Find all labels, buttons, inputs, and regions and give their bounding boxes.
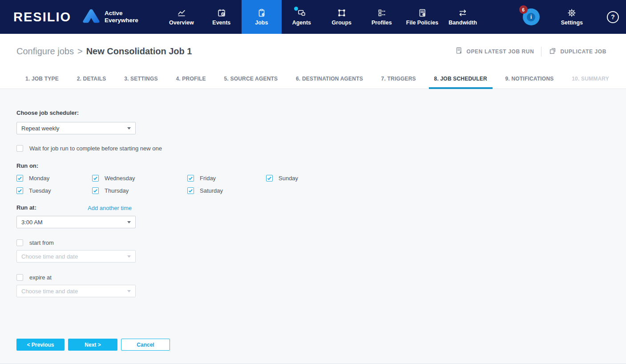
tab-destination-agents[interactable]: 6. DESTINATION AGENTS [296, 69, 363, 89]
line-chart-icon [177, 8, 186, 17]
page-title: New Consolidation Job 1 [86, 46, 192, 57]
nav-label: Profiles [372, 20, 392, 26]
start-from-checkbox[interactable] [16, 239, 23, 246]
expire-at-checkbox[interactable] [16, 274, 23, 281]
notification-badge: 6 [519, 5, 528, 14]
nav-item-profiles[interactable]: Profiles [362, 0, 402, 34]
nav-item-file-policies[interactable]: File Policies [402, 0, 443, 34]
saturday-checkbox[interactable] [187, 187, 194, 194]
clipboard-gear-icon [257, 8, 266, 17]
product-name: Active Everywhere [105, 10, 138, 24]
tab-summary[interactable]: 10. SUMMARY [572, 69, 609, 89]
friday-checkbox[interactable] [187, 175, 194, 182]
tab-job-scheduler[interactable]: 8. JOB SCHEDULER [434, 69, 487, 89]
expire-at-option[interactable]: expire at [16, 274, 626, 281]
wait-for-job-checkbox[interactable] [16, 145, 23, 152]
document-gear-icon [418, 8, 427, 17]
day-option-sunday[interactable]: Sunday [266, 175, 626, 182]
calendar-clock-icon [217, 8, 226, 17]
gear-icon [567, 8, 576, 17]
tuesday-checkbox[interactable] [16, 187, 23, 194]
notifications-button[interactable]: 6 i [523, 8, 540, 25]
days-of-week: Monday Wednesday Friday Sunday Tuesday T… [16, 175, 626, 194]
nav-label: File Policies [406, 20, 438, 26]
open-latest-job-run-button[interactable]: OPEN LATEST JOB RUN [455, 47, 534, 56]
day-option-monday[interactable]: Monday [16, 175, 92, 182]
start-from-placeholder: Choose time and date [21, 253, 78, 260]
tab-job-type[interactable]: 1. JOB TYPE [25, 69, 59, 89]
chevron-down-icon [127, 221, 131, 223]
document-play-icon [455, 47, 463, 56]
group-selection-icon [337, 8, 346, 17]
day-option-saturday[interactable]: Saturday [187, 187, 266, 194]
run-at-time-select[interactable]: 3:00 AM [16, 216, 136, 228]
expire-at-placeholder: Choose time and date [21, 288, 78, 295]
nav-label: Bandwidth [448, 20, 477, 26]
nav-label: Events [212, 20, 230, 26]
transfer-arrows-icon [458, 8, 467, 17]
breadcrumb: Configure jobs > New Consolidation Job 1 [16, 46, 192, 57]
resilio-logo[interactable]: RESILIO Active Everywhere [0, 0, 138, 34]
previous-button[interactable]: < Previous [16, 339, 65, 351]
page-header: Configure jobs > New Consolidation Job 1… [0, 34, 626, 69]
wednesday-checkbox[interactable] [92, 175, 99, 182]
brand-text: RESILIO [13, 10, 71, 24]
tab-triggers[interactable]: 7. TRIGGERS [381, 69, 416, 89]
tab-profile[interactable]: 4. PROFILE [176, 69, 206, 89]
breadcrumb-parent-link[interactable]: Configure jobs [16, 46, 74, 57]
scheduler-label: Choose job scheduler: [16, 109, 626, 117]
wait-for-job-option[interactable]: Wait for job run to complete before star… [16, 145, 626, 152]
wizard-buttons: < Previous Next > Cancel [16, 339, 626, 351]
divider [541, 47, 541, 57]
active-everywhere-logo-icon [82, 8, 101, 26]
devices-icon [297, 8, 306, 17]
job-scheduler-form: Choose job scheduler: Repeat weekly Wait… [0, 89, 626, 364]
thursday-checkbox[interactable] [92, 187, 99, 194]
breadcrumb-separator: > [77, 46, 83, 57]
tab-notifications[interactable]: 9. NOTIFICATIONS [505, 69, 553, 89]
scheduler-select[interactable]: Repeat weekly [16, 122, 136, 134]
top-navigation-bar: RESILIO Active Everywhere [0, 0, 626, 34]
next-button[interactable]: Next > [68, 339, 117, 351]
nav-item-settings[interactable]: Settings [561, 8, 583, 26]
nav-item-agents[interactable]: Agents [282, 0, 322, 34]
nav-label: Jobs [255, 20, 268, 26]
run-at-label: Run at: [16, 204, 88, 211]
duplicate-job-button[interactable]: DUPLICATE JOB [549, 47, 606, 56]
run-on-label: Run on: [16, 162, 626, 170]
add-another-time-link[interactable]: Add another time [88, 205, 132, 211]
scheduler-select-value: Repeat weekly [21, 125, 59, 132]
expire-at-datetime-select[interactable]: Choose time and date [16, 285, 136, 297]
nav-item-jobs[interactable]: Jobs [242, 0, 282, 34]
nav-label: Groups [332, 20, 351, 26]
start-from-datetime-select[interactable]: Choose time and date [16, 250, 136, 263]
nav-item-groups[interactable]: Groups [322, 0, 362, 34]
tab-source-agents[interactable]: 5. SOURCE AGENTS [224, 69, 278, 89]
chevron-down-icon [127, 290, 131, 292]
nav-label: Overview [169, 20, 194, 26]
sunday-checkbox[interactable] [266, 175, 273, 182]
wizard-tabs: 1. JOB TYPE 2. DETAILS 3. SETTINGS 4. PR… [0, 69, 626, 89]
run-at-select-value: 3:00 AM [21, 219, 43, 226]
nav-item-bandwidth[interactable]: Bandwidth [443, 0, 483, 34]
tab-details[interactable]: 2. DETAILS [77, 69, 106, 89]
start-from-option[interactable]: start from [16, 239, 626, 246]
nav-item-events[interactable]: Events [202, 0, 242, 34]
nav-item-overview[interactable]: Overview [162, 0, 202, 34]
help-icon[interactable]: ? [607, 11, 619, 23]
day-option-thursday[interactable]: Thursday [92, 187, 187, 194]
cancel-button[interactable]: Cancel [121, 339, 170, 351]
day-option-tuesday[interactable]: Tuesday [16, 187, 92, 194]
chevron-down-icon [127, 255, 131, 258]
agents-status-dot [294, 7, 298, 11]
nav-label: Agents [292, 20, 311, 26]
day-option-wednesday[interactable]: Wednesday [92, 175, 187, 182]
nav-label: Settings [561, 20, 583, 26]
day-option-friday[interactable]: Friday [187, 175, 266, 182]
chevron-down-icon [127, 127, 131, 129]
monday-checkbox[interactable] [16, 175, 23, 182]
info-icon: i [527, 13, 535, 21]
profiles-grid-icon [377, 8, 386, 17]
main-nav: Overview Events Jobs [162, 0, 483, 34]
tab-settings[interactable]: 3. SETTINGS [124, 69, 158, 89]
